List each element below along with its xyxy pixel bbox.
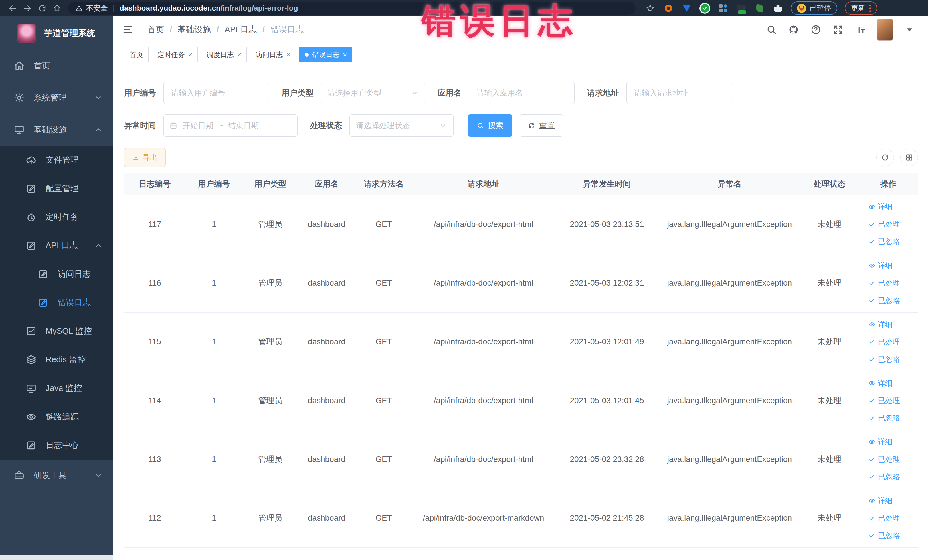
update-button-label: 更新 (851, 3, 865, 13)
request-url-input[interactable] (626, 82, 732, 104)
sidebar-item-error-log[interactable]: 错误日志 (0, 288, 113, 317)
mark-ignored-link[interactable]: 已忽略 (868, 531, 900, 540)
detail-link[interactable]: 详细 (868, 496, 893, 506)
sidebar-item-label: 首页 (34, 60, 50, 72)
tab-close-icon[interactable]: × (188, 51, 192, 58)
sidebar-item-mysql-monitor[interactable]: MySQL 监控 (0, 317, 113, 345)
refresh-table-button[interactable] (876, 149, 894, 166)
java-monitor-icon (26, 383, 37, 394)
log-edit-icon (38, 297, 49, 308)
bookmark-star-icon[interactable] (645, 3, 655, 13)
detail-link[interactable]: 详细 (868, 202, 893, 212)
mark-processed-link[interactable]: 已处理 (868, 455, 900, 464)
github-icon[interactable] (788, 24, 800, 36)
mark-ignored-link[interactable]: 已忽略 (868, 354, 900, 364)
mark-ignored-link[interactable]: 已忽略 (868, 472, 900, 482)
cell-log-id: 114 (124, 371, 185, 430)
extension-icon-orange[interactable] (664, 3, 673, 13)
tab-error-log[interactable]: 错误日志× (299, 47, 352, 63)
address-bar[interactable]: 不安全 dashboard.yudao.iocoder.cn/infra/log… (68, 2, 636, 15)
sidebar-item-dev-tools[interactable]: 研发工具 (0, 459, 113, 491)
browser-update-button[interactable]: 更新 (845, 2, 877, 15)
cell-exception-time: 2021-05-02 21:45:28 (555, 489, 659, 548)
sidebar-item-api-log[interactable]: API 日志 (0, 231, 113, 260)
breadcrumb-item[interactable]: API 日志 (224, 24, 257, 35)
table-row: 112 1 管理员 dashboard GET /api/infra/db-do… (124, 489, 918, 548)
sidebar-item-system-management[interactable]: 系统管理 (0, 82, 113, 114)
sidebar-item-file-management[interactable]: 文件管理 (0, 146, 113, 174)
sidebar-scrollbar-track[interactable] (0, 555, 113, 560)
tab-close-icon[interactable]: × (237, 51, 241, 58)
user-id-input[interactable] (163, 82, 269, 104)
user-type-select[interactable]: 请选择用户类型 (321, 82, 425, 104)
reset-button[interactable]: 重置 (520, 114, 563, 137)
tab-scheduled-tasks[interactable]: 定时任务× (152, 47, 198, 63)
mark-ignored-link[interactable]: 已忽略 (868, 237, 900, 246)
breadcrumb-item[interactable]: 首页 (148, 24, 164, 35)
detail-link-label: 详细 (878, 319, 893, 330)
mark-processed-link[interactable]: 已处理 (868, 278, 900, 288)
tab-label: 错误日志 (312, 50, 339, 60)
mark-processed-link[interactable]: 已处理 (868, 396, 900, 406)
security-status[interactable]: 不安全 (75, 3, 108, 13)
mark-processed-link[interactable]: 已处理 (868, 513, 900, 523)
search-button[interactable]: 搜索 (468, 114, 512, 137)
detail-link[interactable]: 详细 (868, 319, 893, 330)
process-status-select[interactable]: 请选择处理状态 (350, 114, 453, 137)
export-button-label: 导出 (143, 153, 157, 163)
tab-close-icon[interactable]: × (343, 51, 347, 58)
extension-icon-puzzle[interactable] (773, 3, 783, 13)
extension-icon-grid[interactable] (718, 3, 728, 13)
sidebar-item-access-log[interactable]: 访问日志 (0, 260, 113, 288)
search-icon[interactable] (765, 24, 777, 36)
sidebar-item-infrastructure[interactable]: 基础设施 (0, 114, 113, 146)
browser-menu-icon[interactable] (869, 5, 871, 12)
export-button[interactable]: 导出 (124, 148, 166, 167)
sidebar-item-log-center[interactable]: 日志中心 (0, 431, 113, 459)
sidebar-item-home[interactable]: 首页 (0, 50, 113, 82)
paused-badge[interactable]: 已暂停 (791, 2, 837, 15)
tab-access-log[interactable]: 访问日志× (250, 47, 296, 63)
sidebar-item-redis-monitor[interactable]: Redis 监控 (0, 345, 113, 374)
detail-link[interactable]: 详细 (868, 378, 893, 388)
eye-icon (868, 380, 875, 386)
mark-processed-link[interactable]: 已处理 (868, 219, 900, 229)
font-size-icon[interactable] (855, 24, 866, 36)
breadcrumb-item[interactable]: 基础设施 (178, 24, 211, 35)
help-icon[interactable] (810, 24, 822, 36)
fullscreen-icon[interactable] (832, 24, 844, 36)
mark-ignored-link[interactable]: 已忽略 (868, 296, 900, 305)
browser-home-icon[interactable] (50, 2, 64, 15)
browser-forward-icon[interactable] (20, 2, 35, 15)
extension-icon-green-check[interactable] (700, 3, 710, 13)
hamburger-icon[interactable] (121, 23, 134, 36)
mark-ignored-link[interactable]: 已忽略 (868, 413, 900, 423)
column-settings-button[interactable] (901, 149, 918, 166)
sidebar-submenu-infrastructure: 文件管理 配置管理 定时任务 API 日志 访问日志 (0, 146, 113, 459)
caret-down-icon[interactable] (904, 24, 916, 36)
extension-icon-leaf[interactable] (755, 3, 765, 13)
extension-icon-dark-on[interactable] (737, 3, 746, 13)
toolbox-icon (14, 470, 24, 481)
tab-schedule-log[interactable]: 调度日志× (201, 47, 247, 63)
mark-processed-link[interactable]: 已处理 (868, 337, 900, 347)
detail-link[interactable]: 详细 (868, 261, 893, 271)
tab-close-icon[interactable]: × (286, 51, 290, 58)
paused-badge-label: 已暂停 (810, 3, 831, 13)
sidebar-item-trace[interactable]: 链路追踪 (0, 403, 113, 431)
extension-icon-blue[interactable] (682, 3, 691, 13)
tab-home[interactable]: 首页 (124, 47, 149, 63)
check-icon (868, 456, 875, 463)
app-name-input[interactable] (469, 82, 575, 104)
page-url[interactable]: dashboard.yudao.iocoder.cn/infra/log/api… (119, 4, 298, 12)
page-content: 用户编号 用户类型 请选择用户类型 应用名 (113, 67, 928, 560)
sidebar-item-java-monitor[interactable]: Java 监控 (0, 374, 113, 403)
sidebar-item-scheduled-tasks[interactable]: 定时任务 (0, 203, 113, 231)
browser-back-icon[interactable] (5, 2, 20, 15)
sidebar-item-config-management[interactable]: 配置管理 (0, 174, 113, 203)
user-avatar[interactable] (877, 19, 893, 41)
browser-reload-icon[interactable] (35, 2, 50, 15)
date-range-picker[interactable]: 开始日期 ~ 结束日期 (163, 114, 298, 137)
sidebar-logo[interactable]: 芋道管理系统 (0, 16, 113, 50)
detail-link[interactable]: 详细 (868, 437, 893, 447)
